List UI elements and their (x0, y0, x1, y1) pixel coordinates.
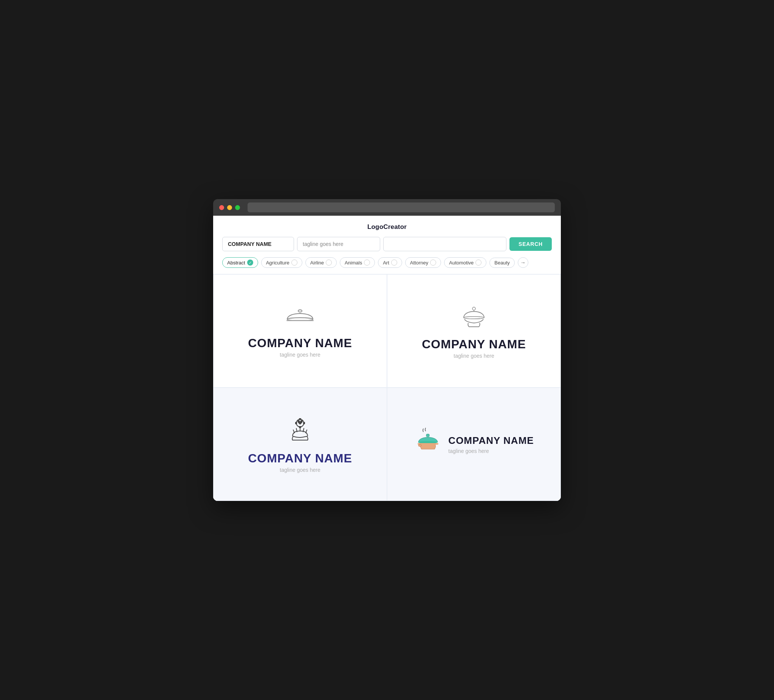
hand-cloche-icon (457, 303, 491, 330)
maximize-button[interactable] (235, 205, 240, 210)
tagline-4: tagline goes here (448, 448, 534, 454)
filter-chip-abstract[interactable]: Abstract ✓ (222, 257, 258, 268)
tagline-input[interactable] (297, 237, 380, 251)
svg-rect-11 (295, 422, 297, 424)
app-title: LogoCreator (367, 223, 407, 230)
company-name-3: COMPANY NAME (248, 451, 352, 466)
svg-rect-12 (303, 422, 305, 424)
filter-label-attorney: Attorney (410, 260, 428, 266)
filter-label-airline: Airline (310, 260, 324, 266)
browser-window: LogoCreator SEARCH Abstract ✓ Agricultur… (213, 199, 561, 501)
filter-label-animals: Animals (345, 260, 362, 266)
svg-point-21 (418, 444, 422, 447)
company-name-1: COMPANY NAME (248, 336, 352, 350)
search-button[interactable]: SEARCH (509, 237, 552, 251)
check-icon-agriculture (291, 259, 298, 266)
company-name-2: COMPANY NAME (422, 337, 526, 351)
company-name-4: COMPANY NAME (448, 435, 534, 447)
filter-chip-agriculture[interactable]: Agriculture (261, 257, 303, 268)
logo-text-group-4: COMPANY NAME tagline goes here (448, 435, 534, 454)
url-bar[interactable] (248, 203, 555, 212)
check-icon-automotive (475, 259, 481, 266)
colored-cloche-icon (414, 426, 442, 455)
app-header: LogoCreator (213, 216, 561, 237)
svg-rect-9 (299, 418, 301, 420)
minimize-button[interactable] (227, 205, 232, 210)
check-icon-attorney (430, 259, 436, 266)
svg-rect-19 (426, 434, 429, 437)
check-icon-abstract: ✓ (247, 259, 253, 266)
filter-label-abstract: Abstract (227, 260, 245, 266)
tagline-2: tagline goes here (453, 353, 494, 359)
logo-card-1[interactable]: COMPANY NAME tagline goes here (213, 274, 387, 388)
heart-gear-icon (285, 416, 315, 444)
check-icon-airline (326, 259, 332, 266)
filter-bar: Abstract ✓ Agriculture Airline Animals A… (213, 257, 561, 274)
svg-rect-3 (286, 320, 314, 321)
svg-line-13 (293, 430, 294, 433)
logo-grid: COMPANY NAME tagline goes here (213, 274, 561, 501)
filter-label-art: Art (383, 260, 389, 266)
search-bar: SEARCH (213, 237, 561, 257)
logo-card-3[interactable]: COMPANY NAME tagline goes here (213, 388, 387, 501)
check-icon-art (391, 259, 397, 266)
svg-point-5 (472, 307, 475, 310)
filter-chip-art[interactable]: Art (378, 257, 402, 268)
filter-chip-animals[interactable]: Animals (340, 257, 375, 268)
filter-chip-airline[interactable]: Airline (305, 257, 337, 268)
filter-chip-beauty[interactable]: Beauty (490, 258, 514, 268)
browser-titlebar (213, 199, 561, 216)
svg-point-4 (464, 317, 484, 319)
arrow-right-icon: → (520, 259, 526, 266)
filter-label-automotive: Automotive (449, 260, 473, 266)
filter-label-beauty: Beauty (495, 260, 509, 266)
logo-card-2[interactable]: COMPANY NAME tagline goes here (387, 274, 561, 388)
logo-card-4[interactable]: COMPANY NAME tagline goes here (387, 388, 561, 501)
svg-line-17 (306, 430, 307, 433)
close-button[interactable] (219, 205, 224, 210)
check-icon-animals (364, 259, 370, 266)
cloche-icon (285, 304, 315, 329)
svg-rect-2 (299, 311, 301, 313)
filter-next-button[interactable]: → (518, 257, 528, 268)
tagline-3: tagline goes here (280, 467, 320, 473)
filter-chip-attorney[interactable]: Attorney (405, 257, 441, 268)
filter-chip-automotive[interactable]: Automotive (444, 257, 486, 268)
tagline-1: tagline goes here (280, 352, 320, 358)
company-name-input[interactable] (222, 237, 294, 251)
app-container: LogoCreator SEARCH Abstract ✓ Agricultur… (213, 216, 561, 501)
extra-input[interactable] (383, 237, 506, 251)
filter-label-agriculture: Agriculture (266, 260, 289, 266)
